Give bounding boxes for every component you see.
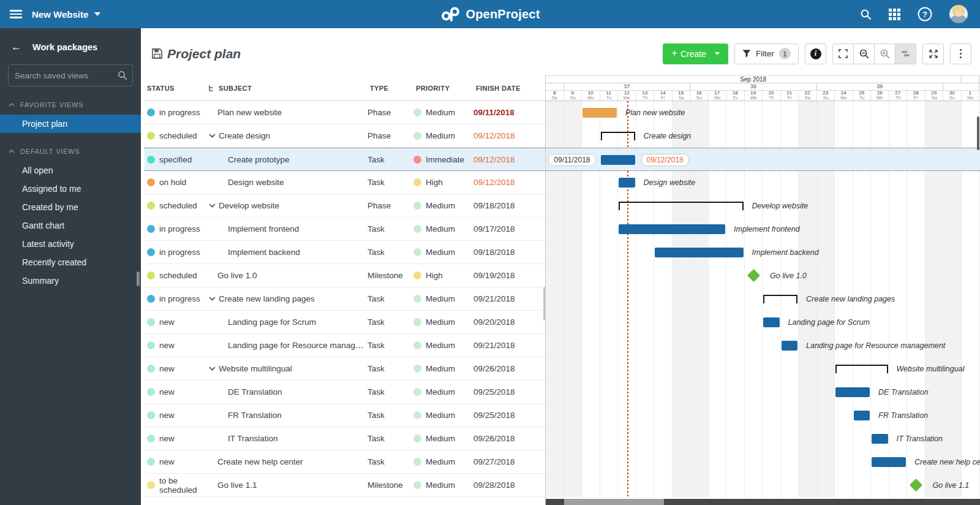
fullscreen-button[interactable]	[922, 44, 944, 64]
column-header-type[interactable]: TYPE	[368, 85, 413, 92]
gantt-bar[interactable]	[872, 457, 906, 467]
subject-cell[interactable]: Go live 1.1	[208, 480, 368, 490]
status-cell[interactable]: scheduled	[145, 131, 208, 140]
gantt-row[interactable]: Create new landing pages	[546, 287, 980, 311]
priority-cell[interactable]: Medium	[413, 108, 473, 117]
gantt-milestone-diamond[interactable]	[910, 479, 922, 492]
subject-cell[interactable]: FR Translation	[208, 411, 368, 420]
status-cell[interactable]: new	[145, 387, 208, 397]
gantt-row[interactable]: Landing page for Scrum	[546, 311, 980, 334]
table-row[interactable]: newDE TranslationTaskMedium09/25/2018	[145, 381, 545, 404]
avatar[interactable]	[949, 5, 968, 23]
sidebar-section-header[interactable]: FAVORITE VIEWS	[0, 101, 141, 108]
gantt-vertical-scrollbar[interactable]	[977, 116, 979, 150]
type-cell[interactable]: Phase	[368, 201, 413, 210]
subject-cell[interactable]: Create prototype	[208, 155, 368, 164]
gantt-phase-bracket[interactable]	[619, 202, 744, 210]
type-cell[interactable]: Task	[368, 178, 413, 187]
create-button[interactable]: +Create	[663, 44, 728, 64]
finish-date-cell[interactable]: 09/19/2018	[473, 271, 545, 280]
chevron-down-icon[interactable]	[209, 203, 216, 208]
gantt-row[interactable]: Go live 1.1	[546, 474, 980, 497]
status-cell[interactable]: new	[145, 341, 208, 350]
help-icon[interactable]: ?	[918, 7, 932, 21]
type-cell[interactable]: Task	[368, 341, 413, 350]
priority-cell[interactable]: Medium	[413, 294, 473, 303]
gantt-bar[interactable]	[601, 155, 635, 165]
status-cell[interactable]: new	[145, 411, 208, 420]
filter-button[interactable]: Filter 1	[734, 44, 799, 64]
subject-cell[interactable]: Create new landing pages	[208, 294, 368, 303]
status-cell[interactable]: on hold	[145, 178, 208, 187]
chevron-down-icon[interactable]	[209, 134, 216, 138]
finish-date-cell[interactable]: 09/20/2018	[473, 317, 545, 327]
gantt-row[interactable]: Plan new website	[546, 101, 980, 124]
gantt-toggle-button[interactable]	[895, 44, 916, 64]
finish-date-cell[interactable]: 09/18/2018	[473, 201, 545, 210]
gantt-row[interactable]: Implement backend	[546, 241, 980, 264]
priority-cell[interactable]: Medium	[413, 341, 473, 350]
openproject-logo[interactable]: OpenProject	[440, 6, 540, 22]
subject-cell[interactable]: Go live 1.0	[208, 271, 368, 280]
sidebar-item-gantt-chart[interactable]: Gantt chart	[0, 216, 141, 235]
finish-date-cell[interactable]: 09/17/2018	[473, 224, 545, 234]
gantt-row[interactable]: Implement frontend	[546, 218, 980, 241]
project-switcher[interactable]: New Website	[32, 9, 100, 20]
zoom-out-button[interactable]	[853, 44, 875, 64]
priority-cell[interactable]: Medium	[413, 317, 473, 327]
type-cell[interactable]: Task	[368, 387, 413, 397]
finish-date-cell[interactable]: 09/28/2018	[473, 480, 545, 490]
status-cell[interactable]: in progress	[145, 248, 208, 257]
status-cell[interactable]: in progress	[145, 224, 208, 234]
table-row[interactable]: newWebsite multilingualTaskMedium09/26/2…	[145, 357, 545, 381]
finish-date-cell[interactable]: 09/21/2018	[473, 294, 545, 303]
table-row[interactable]: in progressCreate new landing pagesTaskM…	[145, 287, 545, 311]
subject-cell[interactable]: Landing page for Scrum	[208, 317, 368, 327]
priority-cell[interactable]: Medium	[413, 224, 473, 234]
table-row[interactable]: scheduledDevelop websitePhaseMedium09/18…	[145, 194, 545, 218]
gantt-row[interactable]: FR Translation	[546, 404, 980, 427]
finish-date-cell[interactable]: 09/12/2018	[473, 178, 545, 187]
type-cell[interactable]: Task	[368, 457, 413, 466]
back-arrow-icon[interactable]: ←	[11, 42, 21, 52]
gantt-bar[interactable]	[619, 178, 635, 188]
finish-date-cell[interactable]: 09/27/2018	[473, 457, 545, 466]
gantt-row[interactable]: Create design	[546, 124, 980, 148]
type-cell[interactable]: Task	[368, 317, 413, 327]
subject-cell[interactable]: Landing page for Resource management	[208, 341, 368, 350]
table-row[interactable]: on holdDesign websiteTaskHigh09/12/2018	[145, 171, 545, 194]
gantt-row[interactable]: Go live 1.0	[546, 264, 980, 287]
priority-cell[interactable]: High	[413, 178, 473, 187]
finish-date-cell[interactable]: 09/21/2018	[473, 341, 545, 350]
subject-cell[interactable]: Create new help center	[208, 457, 368, 466]
subject-cell[interactable]: Implement frontend	[208, 224, 368, 234]
priority-cell[interactable]: Medium	[413, 248, 473, 257]
chevron-down-icon[interactable]	[209, 297, 216, 301]
zoom-autofit-button[interactable]	[832, 44, 854, 64]
table-row[interactable]: newFR TranslationTaskMedium09/25/2018	[145, 404, 545, 427]
table-row[interactable]: to be scheduledGo live 1.1MilestoneMediu…	[145, 474, 545, 497]
sidebar-section-header[interactable]: DEFAULT VIEWS	[0, 148, 141, 155]
zoom-in-button[interactable]	[874, 44, 895, 64]
finish-date-cell[interactable]: 09/25/2018	[473, 411, 545, 420]
save-icon[interactable]	[152, 48, 162, 59]
subject-cell[interactable]: IT Translation	[208, 434, 368, 443]
status-cell[interactable]: new	[145, 457, 208, 466]
gantt-row[interactable]: IT Translation	[546, 427, 980, 450]
scrollbar-thumb[interactable]	[564, 499, 664, 505]
type-cell[interactable]: Task	[368, 364, 413, 373]
status-cell[interactable]: scheduled	[145, 271, 208, 280]
chevron-down-icon[interactable]	[209, 366, 216, 371]
global-search-icon[interactable]	[860, 9, 872, 20]
table-row[interactable]: scheduledGo live 1.0MilestoneHigh09/19/2…	[145, 264, 545, 287]
modules-grid-icon[interactable]	[889, 9, 900, 20]
status-cell[interactable]: to be scheduled	[145, 476, 208, 495]
gantt-row[interactable]: Develop website	[546, 194, 980, 218]
gantt-bar[interactable]	[854, 411, 870, 420]
table-row[interactable]: in progressImplement frontendTaskMedium0…	[145, 218, 545, 241]
sidebar-scrollbar[interactable]	[137, 271, 140, 286]
sidebar-item-all-open[interactable]: All open	[0, 161, 141, 180]
info-button[interactable]: i	[805, 44, 826, 64]
sidebar-item-created-by-me[interactable]: Created by me	[0, 198, 141, 216]
hamburger-menu-icon[interactable]	[10, 8, 22, 20]
